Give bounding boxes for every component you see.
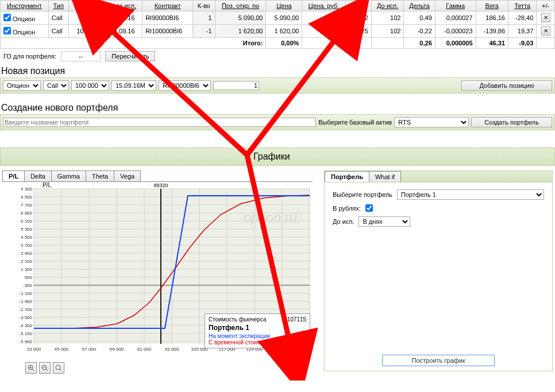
svg-line-67 [32,369,34,371]
col-instrument[interactable]: Инструмент [1,1,49,11]
build-chart-button[interactable]: Построить график [382,355,494,366]
go-label: ГО для портфеля: [3,53,56,60]
create-portfolio-bar: Выберите базовый актив RTS Создать портф… [0,114,555,130]
tab-vega[interactable]: Vega [114,170,141,181]
zoom-out-button[interactable] [39,362,51,374]
col-theta[interactable]: Тетта [508,1,537,11]
newpos-qty-input[interactable] [213,81,259,90]
svg-text:6 900: 6 900 [21,211,33,216]
new-position-title: Новая позиция [0,64,555,77]
tab-gamma[interactable]: Gamma [52,170,86,181]
svg-text:-5 100: -5 100 [19,331,32,336]
graphs-header: Графики [0,148,555,166]
svg-text:1 300: 1 300 [21,267,33,272]
base-asset-select[interactable]: RTS [394,117,469,127]
totals-row: Итого: 0,00% 0,26 0,000005 46,31 -9,03 [1,38,555,49]
svg-text:9 300: 9 300 [21,187,33,192]
tab-pl[interactable]: P/L [2,170,25,181]
go-value: -- [61,51,101,61]
col-delta[interactable]: Дельта [404,1,435,11]
select-portfolio-label: Выберите портфель [333,191,392,198]
row-delete-button[interactable]: ✕ [541,26,550,36]
col-gamma[interactable]: Гамма [435,1,476,11]
newpos-strike-select[interactable]: 100 000 [71,80,109,91]
svg-text:-4 300: -4 300 [19,323,32,328]
col-iv[interactable]: IV. % [345,1,371,11]
portfolio-select[interactable]: Портфель 1 [397,189,544,200]
svg-text:-3 500: -3 500 [19,315,32,320]
svg-text:-1 100: -1 100 [19,291,32,296]
toexp-label: До исп. [333,218,354,225]
col-exp[interactable]: Дата исп. [103,1,142,11]
portfolio-name-input[interactable] [3,118,316,127]
positions-table: Инструмент Тип Страйк Дата исп. Контракт… [0,0,555,49]
row-checkbox[interactable] [3,14,11,21]
pl-chart[interactable]: P/L 88320 option.ru [2,182,313,360]
svg-line-71 [46,369,48,371]
add-position-button[interactable]: Добавить позицию [461,80,552,91]
svg-text:-300: -300 [23,283,33,288]
svg-text:7 700: 7 700 [21,203,33,208]
newpos-type-select[interactable]: Call [43,80,69,91]
newpos-exp-select[interactable]: 15.09.16M [111,80,156,91]
svg-text:2 900: 2 900 [21,251,33,256]
svg-text:69 000: 69 000 [110,347,124,352]
col-open[interactable]: Поз. откр. по [215,1,266,11]
svg-text:81 000: 81 000 [137,347,152,352]
row-delete-button[interactable]: ✕ [541,13,550,22]
svg-text:2 100: 2 100 [21,259,33,264]
svg-text:33 000: 33 000 [27,347,41,352]
pl-axis-label: P/L [43,182,51,188]
newpos-instrument-select[interactable]: Опцион [3,80,41,91]
svg-text:-1 900: -1 900 [19,299,32,304]
row-checkbox[interactable] [3,27,11,34]
col-price[interactable]: Цена [266,1,302,11]
rubles-label: В рублях: [333,205,361,212]
zoom-in-button[interactable] [25,362,37,374]
svg-point-73 [56,365,60,370]
chart-tabs: P/L Delta Gamma Theta Vega [2,170,313,182]
svg-text:6 100: 6 100 [21,219,33,224]
col-vega[interactable]: Вега [476,1,508,11]
svg-text:88320: 88320 [153,183,168,188]
col-toexp[interactable]: До исп. [371,1,404,11]
recalc-button[interactable]: Пересчитать [105,51,155,61]
col-type[interactable]: Тип [48,1,68,11]
table-row: Опцион Call 90 000 15.09.16 RI90000BI6 1… [1,11,555,25]
svg-text:4 500: 4 500 [21,235,33,240]
svg-text:57 000: 57 000 [82,347,97,352]
tab-whatif[interactable]: What if [369,171,401,182]
svg-text:3 700: 3 700 [21,243,33,248]
svg-text:500: 500 [25,275,33,280]
rubles-checkbox[interactable] [365,204,373,212]
col-contract[interactable]: Контракт [142,1,193,11]
table-row: Опцион Call 100 000 15.09.16 RI100000BI6… [1,25,555,38]
new-position-bar: Опцион Call 100 000 15.09.16M RI100000BI… [0,77,555,94]
base-asset-label: Выберите базовый актив [318,119,392,126]
svg-text:5 300: 5 300 [21,227,33,232]
create-portfolio-button[interactable]: Создать портфель [471,117,552,127]
svg-text:option.ru: option.ru [244,209,297,225]
svg-text:8 500: 8 500 [21,195,33,200]
zoom-reset-button[interactable] [53,362,64,374]
svg-text:-2 700: -2 700 [19,307,32,312]
tab-delta[interactable]: Delta [25,170,52,181]
col-rub[interactable]: Цена. руб. [302,1,345,11]
svg-text:93 000: 93 000 [165,347,179,352]
chart-tooltip: Стоимость фьючерса107115 Портфель 1 На м… [205,313,310,348]
create-portfolio-title: Создание нового портфеля [0,100,555,114]
col-pm[interactable]: +/- [537,1,555,11]
newpos-contract-select[interactable]: RI100000BI6 [159,80,211,91]
toexp-select[interactable]: В днях [359,216,410,227]
col-qty[interactable]: К-во [193,1,215,11]
tab-theta[interactable]: Theta [86,170,114,181]
svg-text:-5 900: -5 900 [19,339,32,344]
svg-text:45 000: 45 000 [55,347,69,352]
svg-line-74 [60,369,61,371]
col-strike[interactable]: Страйк [68,1,102,11]
tab-portfolio[interactable]: Портфель [325,171,369,182]
